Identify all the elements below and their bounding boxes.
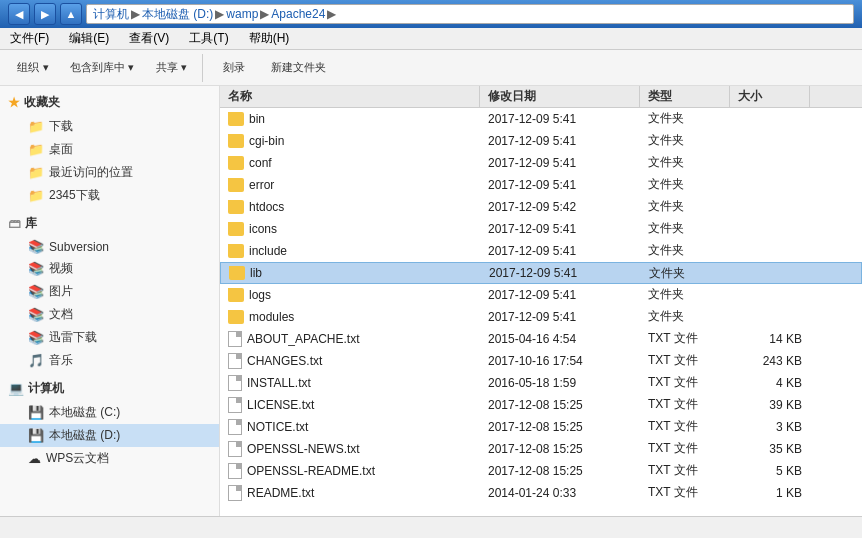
- table-row[interactable]: cgi-bin2017-12-09 5:41文件夹: [220, 130, 862, 152]
- table-row[interactable]: CHANGES.txt2017-10-16 17:54TXT 文件243 KB: [220, 350, 862, 372]
- forward-button[interactable]: ▶: [34, 3, 56, 25]
- share-button[interactable]: 共享 ▾: [146, 57, 196, 78]
- folder-icon: 📁: [28, 165, 44, 180]
- table-row[interactable]: icons2017-12-09 5:41文件夹: [220, 218, 862, 240]
- folder-icon: 📁: [28, 142, 44, 157]
- toolbar-separator: [202, 54, 203, 82]
- menu-view[interactable]: 查看(V): [123, 28, 175, 49]
- table-row[interactable]: OPENSSL-NEWS.txt2017-12-08 15:25TXT 文件35…: [220, 438, 862, 460]
- sidebar-item-recent[interactable]: 📁 最近访问的位置: [0, 161, 219, 184]
- sidebar-item-desktop-label: 桌面: [49, 141, 73, 158]
- menu-tools[interactable]: 工具(T): [183, 28, 234, 49]
- sidebar-item-docs-label: 文档: [49, 306, 73, 323]
- file-date-cell: 2017-12-09 5:41: [480, 310, 640, 324]
- file-size-cell: 35 KB: [730, 442, 810, 456]
- file-name: htdocs: [249, 200, 284, 214]
- sidebar-item-download-label: 下载: [49, 118, 73, 135]
- file-type-cell: TXT 文件: [640, 352, 730, 369]
- file-list-area: 名称 修改日期 类型 大小 bin2017-12-09 5:41文件夹cgi-b…: [220, 86, 862, 516]
- table-row[interactable]: logs2017-12-09 5:41文件夹: [220, 284, 862, 306]
- sidebar-item-xunlei[interactable]: 📚 迅雷下载: [0, 326, 219, 349]
- col-header-size[interactable]: 大小: [730, 86, 810, 107]
- computer-header[interactable]: 💻 计算机: [0, 376, 219, 401]
- table-row[interactable]: README.txt2014-01-24 0:33TXT 文件1 KB: [220, 482, 862, 504]
- file-name-cell: logs: [220, 288, 480, 302]
- nav-area: ◀ ▶ ▲ 计算机 ▶ 本地磁盘 (D:) ▶ wamp ▶ Apache24 …: [8, 3, 854, 25]
- sidebar-item-download[interactable]: 📁 下载: [0, 115, 219, 138]
- favorites-header[interactable]: ★ 收藏夹: [0, 90, 219, 115]
- file-name: conf: [249, 156, 272, 170]
- file-name: modules: [249, 310, 294, 324]
- file-name: logs: [249, 288, 271, 302]
- col-header-name[interactable]: 名称: [220, 86, 480, 107]
- table-row[interactable]: htdocs2017-12-09 5:42文件夹: [220, 196, 862, 218]
- file-type-cell: 文件夹: [640, 198, 730, 215]
- library-icon: 📚: [28, 261, 44, 276]
- sidebar-item-images-label: 图片: [49, 283, 73, 300]
- file-type-cell: 文件夹: [640, 220, 730, 237]
- sidebar-item-drive-d[interactable]: 💾 本地磁盘 (D:): [0, 424, 219, 447]
- sidebar-item-images[interactable]: 📚 图片: [0, 280, 219, 303]
- txt-icon: [228, 397, 242, 413]
- file-type-cell: TXT 文件: [640, 440, 730, 457]
- crumb-0: 计算机: [93, 6, 129, 23]
- sidebar-item-music[interactable]: 🎵 音乐: [0, 349, 219, 372]
- col-header-date[interactable]: 修改日期: [480, 86, 640, 107]
- newfolder-button[interactable]: 新建文件夹: [263, 57, 334, 78]
- table-row[interactable]: include2017-12-09 5:41文件夹: [220, 240, 862, 262]
- library-header[interactable]: 🗃 库: [0, 211, 219, 236]
- folder-icon: [228, 310, 244, 324]
- table-row[interactable]: NOTICE.txt2017-12-08 15:25TXT 文件3 KB: [220, 416, 862, 438]
- menu-help[interactable]: 帮助(H): [243, 28, 296, 49]
- file-name: README.txt: [247, 486, 314, 500]
- file-type-cell: 文件夹: [640, 132, 730, 149]
- toolbar: 组织 ▾ 包含到库中 ▾ 共享 ▾ 刻录 新建文件夹: [0, 50, 862, 86]
- sidebar-item-drive-c-label: 本地磁盘 (C:): [49, 404, 120, 421]
- txt-icon: [228, 353, 242, 369]
- file-date-cell: 2017-12-09 5:41: [481, 266, 641, 280]
- table-row[interactable]: lib2017-12-09 5:41文件夹: [220, 262, 862, 284]
- include-library-button[interactable]: 包含到库中 ▾: [62, 57, 142, 78]
- file-size-cell: 39 KB: [730, 398, 810, 412]
- sidebar-item-desktop[interactable]: 📁 桌面: [0, 138, 219, 161]
- back-button[interactable]: ◀: [8, 3, 30, 25]
- organize-button[interactable]: 组织 ▾: [8, 57, 58, 78]
- menu-edit[interactable]: 编辑(E): [63, 28, 115, 49]
- sidebar-item-video[interactable]: 📚 视频: [0, 257, 219, 280]
- file-date-cell: 2017-12-09 5:41: [480, 288, 640, 302]
- table-row[interactable]: error2017-12-09 5:41文件夹: [220, 174, 862, 196]
- sidebar-item-subversion[interactable]: 📚 Subversion: [0, 236, 219, 257]
- folder-icon: 📁: [28, 119, 44, 134]
- file-size-cell: 3 KB: [730, 420, 810, 434]
- file-date-cell: 2017-12-09 5:41: [480, 112, 640, 126]
- sidebar-item-drive-c[interactable]: 💾 本地磁盘 (C:): [0, 401, 219, 424]
- file-type-cell: 文件夹: [640, 242, 730, 259]
- crumb-2: wamp: [226, 7, 258, 21]
- address-bar[interactable]: 计算机 ▶ 本地磁盘 (D:) ▶ wamp ▶ Apache24 ▶: [86, 4, 854, 24]
- computer-label: 计算机: [28, 380, 64, 397]
- menu-file[interactable]: 文件(F): [4, 28, 55, 49]
- txt-icon: [228, 419, 242, 435]
- up-button[interactable]: ▲: [60, 3, 82, 25]
- table-row[interactable]: OPENSSL-README.txt2017-12-08 15:25TXT 文件…: [220, 460, 862, 482]
- table-row[interactable]: LICENSE.txt2017-12-08 15:25TXT 文件39 KB: [220, 394, 862, 416]
- table-row[interactable]: bin2017-12-09 5:41文件夹: [220, 108, 862, 130]
- sidebar-item-recent-label: 最近访问的位置: [49, 164, 133, 181]
- burn-button[interactable]: 刻录: [209, 57, 259, 78]
- file-name: OPENSSL-NEWS.txt: [247, 442, 360, 456]
- file-type-cell: TXT 文件: [640, 462, 730, 479]
- file-type-cell: TXT 文件: [640, 396, 730, 413]
- file-date-cell: 2017-12-08 15:25: [480, 442, 640, 456]
- sidebar-item-video-label: 视频: [49, 260, 73, 277]
- table-row[interactable]: conf2017-12-09 5:41文件夹: [220, 152, 862, 174]
- table-row[interactable]: INSTALL.txt2016-05-18 1:59TXT 文件4 KB: [220, 372, 862, 394]
- table-row[interactable]: modules2017-12-09 5:41文件夹: [220, 306, 862, 328]
- col-header-type[interactable]: 类型: [640, 86, 730, 107]
- file-size-cell: 243 KB: [730, 354, 810, 368]
- sidebar-item-docs[interactable]: 📚 文档: [0, 303, 219, 326]
- sidebar-item-wps[interactable]: ☁ WPS云文档: [0, 447, 219, 470]
- file-name: icons: [249, 222, 277, 236]
- sidebar-item-subversion-label: Subversion: [49, 240, 109, 254]
- table-row[interactable]: ABOUT_APACHE.txt2015-04-16 4:54TXT 文件14 …: [220, 328, 862, 350]
- sidebar-item-2345[interactable]: 📁 2345下载: [0, 184, 219, 207]
